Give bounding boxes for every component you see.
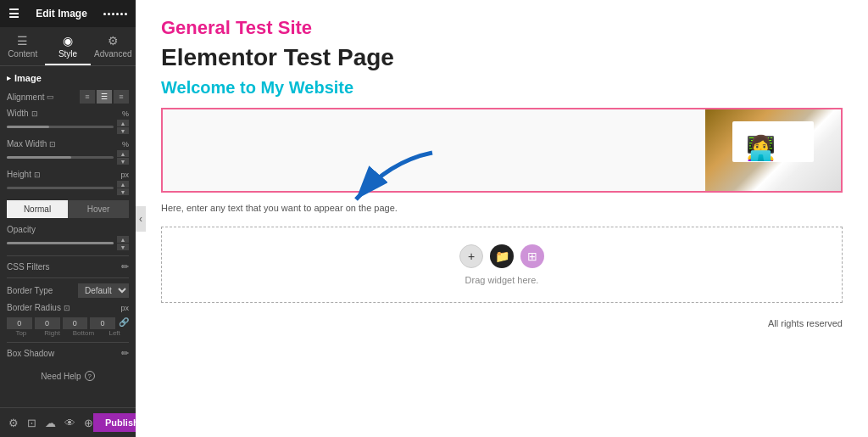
- tab-content[interactable]: ☰ Content: [0, 27, 45, 65]
- corner-label-left: Left: [100, 329, 129, 337]
- tab-style[interactable]: ◉ Style: [45, 27, 90, 65]
- need-help-section: Need Help ?: [7, 364, 129, 388]
- align-center-button[interactable]: ☰: [97, 90, 112, 104]
- preview-icon[interactable]: 👁: [64, 417, 75, 429]
- panel-title: Edit Image: [36, 8, 87, 20]
- main-content: General Test Site Elementor Test Page We…: [136, 0, 868, 352]
- page-title: Elementor Test Page: [161, 44, 843, 71]
- bottom-bar: ⚙ ⊡ ☁ 👁 ⊕ Publish ▲: [0, 407, 136, 437]
- width-stepper: ▲ ▼: [117, 120, 129, 134]
- tab-advanced[interactable]: ⚙ Advanced: [91, 27, 136, 65]
- add-widget-button[interactable]: +: [459, 244, 483, 268]
- max-width-unit: %: [114, 140, 129, 148]
- hover-button[interactable]: Hover: [68, 200, 129, 218]
- max-width-label: Max Width ⊡: [7, 139, 56, 148]
- image-left-placeholder: [163, 109, 705, 191]
- max-width-slider-track[interactable]: [7, 156, 114, 159]
- border-radius-right[interactable]: [35, 317, 60, 329]
- width-link-icon: ⊡: [31, 109, 38, 118]
- max-width-field: Max Width ⊡ % ▲ ▼: [7, 139, 129, 165]
- max-width-decrement[interactable]: ▼: [117, 158, 129, 165]
- border-type-label: Border Type: [7, 286, 53, 295]
- height-link-icon: ⊡: [34, 171, 41, 179]
- add-icon[interactable]: ⊕: [84, 417, 93, 429]
- opacity-slider-container: ▲ ▼: [7, 236, 129, 250]
- alignment-icon: ▭: [47, 92, 54, 101]
- border-type-select-container: Default: [78, 283, 129, 298]
- box-shadow-edit-icon[interactable]: ✏: [121, 348, 129, 359]
- css-filters-edit-icon[interactable]: ✏: [121, 261, 129, 272]
- width-slider-track[interactable]: [7, 126, 114, 128]
- body-text: Here, enter any text that you want to ap…: [161, 203, 843, 213]
- corner-label-top: Top: [7, 329, 36, 337]
- border-radius-inputs-row: 🔗: [7, 314, 129, 329]
- widget-grid-icon[interactable]: ⊞: [520, 244, 544, 268]
- opacity-slider-track[interactable]: [7, 242, 114, 244]
- border-radius-left[interactable]: [90, 317, 115, 329]
- normal-button[interactable]: Normal: [7, 200, 68, 218]
- divider-3: [7, 342, 129, 343]
- border-radius-top[interactable]: [7, 317, 32, 329]
- need-help-label: Need Help: [41, 372, 81, 381]
- width-unit: %: [114, 109, 129, 118]
- divider-1: [7, 255, 129, 256]
- style-tab-icon: ◉: [63, 34, 73, 48]
- align-right-button[interactable]: ≡: [114, 90, 129, 104]
- welcome-heading: Welcome to My Website: [161, 78, 843, 98]
- image-section-title: Image: [7, 73, 129, 83]
- border-radius-bottom[interactable]: [63, 317, 88, 329]
- box-shadow-field: Box Shadow ✏: [7, 348, 129, 359]
- width-increment[interactable]: ▲: [117, 120, 129, 126]
- opacity-decrement[interactable]: ▼: [117, 244, 129, 250]
- left-panel: ☰ Edit Image ☰ Content ◉ Style ⚙ Advance…: [0, 0, 136, 437]
- align-left-button[interactable]: ≡: [80, 90, 95, 104]
- alignment-buttons: ≡ ☰ ≡: [80, 90, 129, 104]
- border-type-select[interactable]: Default: [78, 283, 129, 298]
- chain-link-icon[interactable]: 🔗: [119, 317, 129, 327]
- height-stepper: ▲ ▼: [117, 181, 129, 195]
- content-tab-icon: ☰: [17, 34, 28, 48]
- responsive-icon[interactable]: ☁: [45, 417, 56, 429]
- widget-drop-area[interactable]: + 📁 ⊞ Drag widget here.: [161, 227, 843, 303]
- advanced-tab-icon: ⚙: [108, 34, 119, 48]
- site-title: General Test Site: [161, 17, 843, 39]
- border-radius-field: Border Radius ⊡ px 🔗 Top Right Bottom Le…: [7, 303, 129, 337]
- opacity-field: Opacity ▲ ▼: [7, 225, 129, 250]
- border-radius-label: Border Radius ⊡: [7, 303, 70, 312]
- css-filters-label: CSS Filters: [7, 262, 50, 272]
- max-width-link-icon: ⊡: [49, 140, 56, 148]
- image-right: [705, 109, 841, 191]
- width-decrement[interactable]: ▼: [117, 127, 129, 134]
- panel-hamburger-icon[interactable]: ☰: [8, 7, 19, 20]
- history-icon[interactable]: ⊡: [27, 417, 36, 429]
- opacity-label: Opacity: [7, 225, 36, 234]
- height-decrement[interactable]: ▼: [117, 188, 129, 195]
- height-slider-track[interactable]: [7, 187, 114, 189]
- max-width-slider-container: ▲ ▼: [7, 150, 129, 165]
- opacity-increment[interactable]: ▲: [117, 236, 129, 243]
- alignment-field: Alignment ▭ ≡ ☰ ≡: [7, 90, 129, 104]
- css-filters-field: CSS Filters ✏: [7, 261, 129, 272]
- max-width-stepper: ▲ ▼: [117, 150, 129, 165]
- height-slider-container: ▲ ▼: [7, 181, 129, 195]
- help-circle-icon[interactable]: ?: [85, 371, 95, 381]
- max-width-slider-fill: [7, 156, 71, 159]
- max-width-increment[interactable]: ▲: [117, 150, 129, 157]
- corner-label-bottom: Bottom: [70, 329, 98, 337]
- corner-label-right: Right: [38, 329, 67, 337]
- height-label: Height ⊡: [7, 170, 41, 179]
- height-increment[interactable]: ▲: [117, 181, 129, 188]
- corner-inputs: [7, 317, 115, 329]
- settings-icon[interactable]: ⚙: [8, 417, 19, 429]
- content-tab-label: Content: [8, 49, 37, 59]
- footer-text: All rights reserved: [161, 311, 843, 335]
- widget-folder-icon[interactable]: 📁: [490, 244, 514, 268]
- normal-hover-toggle: Normal Hover: [7, 200, 129, 218]
- panel-dots-icon[interactable]: [103, 13, 127, 15]
- border-radius-unit: px: [114, 304, 129, 312]
- alignment-label: Alignment ▭: [7, 92, 54, 102]
- width-slider-fill: [7, 126, 49, 128]
- widget-add-icons: + 📁 ⊞: [459, 244, 544, 268]
- divider-2: [7, 277, 129, 278]
- image-section[interactable]: [161, 108, 843, 193]
